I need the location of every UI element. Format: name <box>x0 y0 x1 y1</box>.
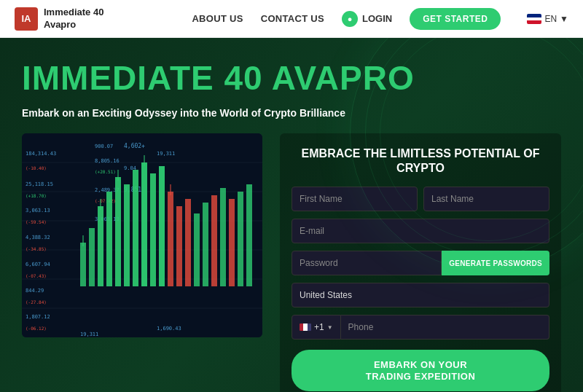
svg-rect-40 <box>150 173 156 286</box>
svg-rect-46 <box>203 203 208 286</box>
logo-icon: IA <box>15 7 38 31</box>
submit-button[interactable]: EMBARK ON YOUR TRADING EXPEDITION <box>292 350 549 391</box>
first-name-input[interactable] <box>292 187 418 211</box>
svg-text:4,602+: 4,602+ <box>124 143 145 149</box>
svg-text:8,805.16: 8,805.16 <box>95 158 120 164</box>
logo-text: Immediate 40 Avapro <box>44 7 103 31</box>
svg-text:(-06.12): (-06.12) <box>26 326 47 331</box>
phone-code-selector[interactable]: +1 ▼ <box>292 315 341 340</box>
svg-text:3,063.13: 3,063.13 <box>26 208 50 213</box>
form-title: EMBRACE THE LIMITLESS POTENTIAL OF CRYPT… <box>292 146 549 177</box>
svg-text:19,311: 19,311 <box>157 151 175 157</box>
login-icon: ● <box>342 11 358 27</box>
flag-icon <box>527 14 541 24</box>
name-row <box>292 187 549 211</box>
last-name-input[interactable] <box>423 187 549 211</box>
nav-contact-us[interactable]: CONTACT US <box>261 13 324 24</box>
get-started-button[interactable]: GET STARTED <box>410 8 501 30</box>
svg-text:1,807.12: 1,807.12 <box>26 314 50 320</box>
svg-rect-48 <box>220 188 226 286</box>
chevron-down-icon: ▼ <box>560 14 568 24</box>
svg-text:4,388.32: 4,388.32 <box>26 235 50 240</box>
svg-rect-38 <box>133 170 138 286</box>
svg-rect-49 <box>229 199 235 286</box>
svg-rect-43 <box>176 206 182 286</box>
chart-image: 184,314.43 (-10.40) 25,118.15 (+18.70) 3… <box>22 133 262 337</box>
svg-rect-36 <box>115 177 121 286</box>
email-input[interactable] <box>292 219 549 243</box>
svg-text:(+20.51): (+20.51) <box>95 169 116 174</box>
svg-text:(-07.43): (-07.43) <box>26 273 47 278</box>
svg-rect-50 <box>238 192 243 286</box>
svg-rect-42 <box>168 192 173 286</box>
svg-text:6,607.94: 6,607.94 <box>26 262 50 267</box>
svg-rect-45 <box>194 213 200 286</box>
svg-rect-33 <box>89 228 95 286</box>
us-flag-icon <box>300 324 311 331</box>
registration-form: EMBRACE THE LIMITLESS POTENTIAL OF CRYPT… <box>280 133 561 392</box>
svg-text:(-59.54): (-59.54) <box>26 219 47 224</box>
svg-rect-32 <box>80 243 86 286</box>
generate-passwords-button[interactable]: GENERATE PASSWORDS <box>442 251 549 275</box>
svg-text:1,690.43: 1,690.43 <box>157 326 181 332</box>
phone-input[interactable] <box>341 315 549 340</box>
svg-text:(-34.85): (-34.85) <box>26 246 47 251</box>
nav-about-us[interactable]: ABOUT US <box>192 13 243 24</box>
svg-rect-51 <box>246 184 252 286</box>
svg-text:184,314.43: 184,314.43 <box>26 151 56 157</box>
svg-rect-35 <box>106 192 112 286</box>
svg-rect-44 <box>185 199 191 286</box>
svg-rect-34 <box>98 206 103 286</box>
hero-subtitle: Embark on an Exciting Odyssey into the W… <box>22 107 561 119</box>
phone-row: +1 ▼ <box>292 315 549 340</box>
logo[interactable]: IA Immediate 40 Avapro <box>15 7 103 31</box>
svg-text:(-27.84): (-27.84) <box>26 299 47 305</box>
hero-content: 184,314.43 (-10.40) 25,118.15 (+18.70) 3… <box>22 133 561 392</box>
svg-text:(+18.70): (+18.70) <box>26 193 47 198</box>
nav-links: ABOUT US CONTACT US ● LOGIN GET STARTED … <box>192 8 568 30</box>
svg-text:844.29: 844.29 <box>26 288 44 294</box>
svg-rect-37 <box>124 184 130 286</box>
nav-login[interactable]: ● LOGIN <box>342 11 392 27</box>
language-selector[interactable]: EN ▼ <box>527 14 568 24</box>
svg-text:900.07: 900.07 <box>95 144 113 149</box>
password-row: GENERATE PASSWORDS <box>292 251 549 275</box>
svg-rect-39 <box>141 162 147 286</box>
svg-text:19,311: 19,311 <box>80 332 98 337</box>
hero-title: IMMEDIATE 40 AVAPRO <box>22 60 561 97</box>
svg-text:(-10.40): (-10.40) <box>26 165 47 170</box>
svg-text:(-07.42): (-07.42) <box>95 198 116 203</box>
svg-text:25,118.15: 25,118.15 <box>26 181 53 187</box>
password-input[interactable] <box>292 251 442 275</box>
country-select[interactable]: United States <box>292 283 549 307</box>
svg-rect-41 <box>159 166 165 286</box>
navbar: IA Immediate 40 Avapro ABOUT US CONTACT … <box>0 0 583 38</box>
phone-chevron-icon: ▼ <box>327 324 333 331</box>
svg-rect-47 <box>211 195 217 286</box>
hero-section: IMMEDIATE 40 AVAPRO Embark on an Excitin… <box>0 38 583 392</box>
